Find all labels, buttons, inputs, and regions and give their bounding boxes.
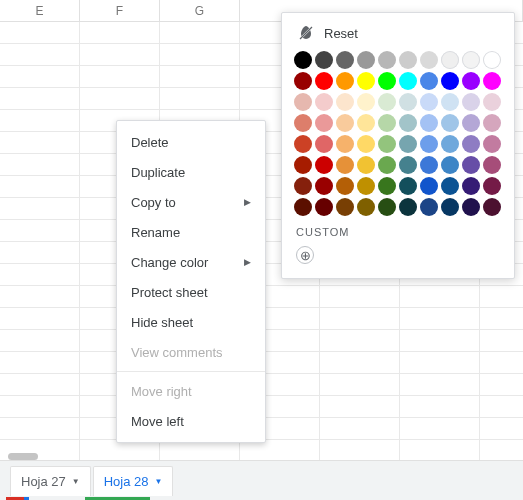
cell[interactable]	[320, 330, 400, 351]
color-swatch[interactable]	[462, 177, 480, 195]
color-swatch[interactable]	[399, 51, 417, 69]
cell[interactable]	[480, 396, 523, 417]
menu-item-duplicate[interactable]: Duplicate	[117, 157, 265, 187]
color-swatch[interactable]	[441, 156, 459, 174]
color-swatch[interactable]	[441, 93, 459, 111]
cell[interactable]	[400, 330, 480, 351]
color-swatch[interactable]	[420, 177, 438, 195]
color-swatch[interactable]	[336, 72, 354, 90]
color-swatch[interactable]	[357, 72, 375, 90]
cell[interactable]	[160, 66, 240, 87]
color-swatch[interactable]	[462, 93, 480, 111]
cell[interactable]	[320, 396, 400, 417]
caret-down-icon[interactable]: ▼	[155, 477, 163, 486]
menu-item-protect-sheet[interactable]: Protect sheet	[117, 277, 265, 307]
grid-row[interactable]	[0, 440, 523, 462]
color-swatch[interactable]	[357, 51, 375, 69]
column-header[interactable]: G	[160, 0, 240, 21]
cell[interactable]	[0, 66, 80, 87]
color-swatch[interactable]	[357, 156, 375, 174]
cell[interactable]	[80, 66, 160, 87]
sheet-tab-hoja-27[interactable]: Hoja 27▼	[10, 466, 91, 496]
cell[interactable]	[0, 352, 80, 373]
color-swatch[interactable]	[315, 156, 333, 174]
color-swatch[interactable]	[315, 93, 333, 111]
cell[interactable]	[0, 88, 80, 109]
cell[interactable]	[480, 418, 523, 439]
cell[interactable]	[0, 374, 80, 395]
color-swatch[interactable]	[294, 177, 312, 195]
cell[interactable]	[0, 286, 80, 307]
add-custom-color-button[interactable]: ⊕	[296, 246, 314, 264]
cell[interactable]	[160, 44, 240, 65]
color-swatch[interactable]	[336, 93, 354, 111]
color-swatch[interactable]	[420, 114, 438, 132]
color-swatch[interactable]	[378, 177, 396, 195]
sheet-tab-hoja-28[interactable]: Hoja 28▼	[93, 466, 174, 496]
cell[interactable]	[80, 22, 160, 43]
color-swatch[interactable]	[294, 156, 312, 174]
color-swatch[interactable]	[378, 93, 396, 111]
cell[interactable]	[0, 132, 80, 153]
color-swatch[interactable]	[294, 72, 312, 90]
cell[interactable]	[320, 352, 400, 373]
color-swatch[interactable]	[462, 156, 480, 174]
menu-item-hide-sheet[interactable]: Hide sheet	[117, 307, 265, 337]
cell[interactable]	[0, 264, 80, 285]
cell[interactable]	[480, 308, 523, 329]
color-swatch[interactable]	[336, 156, 354, 174]
cell[interactable]	[240, 440, 320, 461]
color-swatch[interactable]	[294, 93, 312, 111]
color-swatch[interactable]	[357, 198, 375, 216]
color-swatch[interactable]	[315, 135, 333, 153]
cell[interactable]	[0, 220, 80, 241]
color-swatch[interactable]	[336, 198, 354, 216]
color-swatch[interactable]	[294, 135, 312, 153]
cell[interactable]	[400, 286, 480, 307]
color-swatch[interactable]	[357, 135, 375, 153]
color-swatch[interactable]	[420, 156, 438, 174]
color-swatch[interactable]	[483, 135, 501, 153]
color-swatch[interactable]	[315, 51, 333, 69]
color-swatch[interactable]	[315, 198, 333, 216]
color-swatch[interactable]	[294, 51, 312, 69]
reset-color-button[interactable]: Reset	[298, 25, 502, 41]
cell[interactable]	[400, 440, 480, 461]
cell[interactable]	[80, 440, 160, 461]
menu-item-move-left[interactable]: Move left	[117, 406, 265, 436]
color-swatch[interactable]	[378, 135, 396, 153]
cell[interactable]	[480, 374, 523, 395]
color-swatch[interactable]	[483, 72, 501, 90]
cell[interactable]	[480, 286, 523, 307]
cell[interactable]	[400, 374, 480, 395]
color-swatch[interactable]	[483, 198, 501, 216]
color-swatch[interactable]	[357, 93, 375, 111]
cell[interactable]	[160, 22, 240, 43]
color-swatch[interactable]	[462, 135, 480, 153]
color-swatch[interactable]	[420, 51, 438, 69]
cell[interactable]	[400, 418, 480, 439]
color-swatch[interactable]	[336, 51, 354, 69]
color-swatch[interactable]	[441, 135, 459, 153]
color-swatch[interactable]	[420, 198, 438, 216]
column-header[interactable]: F	[80, 0, 160, 21]
cell[interactable]	[0, 154, 80, 175]
menu-item-change-color[interactable]: Change color▶	[117, 247, 265, 277]
color-swatch[interactable]	[462, 198, 480, 216]
color-swatch[interactable]	[441, 198, 459, 216]
color-swatch[interactable]	[399, 93, 417, 111]
cell[interactable]	[320, 286, 400, 307]
color-swatch[interactable]	[462, 72, 480, 90]
cell[interactable]	[0, 198, 80, 219]
cell[interactable]	[0, 242, 80, 263]
color-swatch[interactable]	[357, 177, 375, 195]
color-swatch[interactable]	[399, 114, 417, 132]
cell[interactable]	[320, 440, 400, 461]
menu-item-delete[interactable]: Delete	[117, 127, 265, 157]
color-swatch[interactable]	[399, 135, 417, 153]
cell[interactable]	[480, 440, 523, 461]
cell[interactable]	[480, 352, 523, 373]
menu-item-rename[interactable]: Rename	[117, 217, 265, 247]
color-swatch[interactable]	[483, 51, 501, 69]
cell[interactable]	[80, 44, 160, 65]
